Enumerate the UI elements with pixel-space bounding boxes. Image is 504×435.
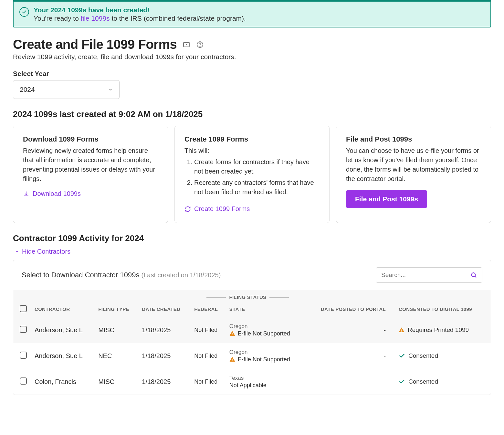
download-card-body: Reviewing newly created forms help ensur… (23, 146, 158, 184)
svg-line-5 (475, 276, 476, 277)
svg-rect-11 (232, 360, 233, 361)
create-body-intro: This will: (184, 147, 209, 154)
row-checkbox[interactable] (20, 326, 27, 333)
help-icon[interactable] (196, 41, 204, 48)
cell-contractor: Anderson, Sue L (31, 343, 95, 369)
page-title: Create and File 1099 Forms (13, 37, 177, 52)
cell-state: OregonE-file Not Supported (226, 343, 305, 369)
contractor-table: FILING STATUS CONTRACTOR FILING TYPE DAT… (13, 290, 491, 395)
svg-point-3 (200, 46, 200, 47)
cell-filing-type: MISC (95, 317, 139, 343)
contractor-table-wrapper: Select to Download Contractor 1099s (Las… (13, 260, 491, 395)
cell-state: OregonE-file Not Supported (226, 317, 305, 343)
success-banner: Your 2024 1099s have been created! You'r… (13, 0, 491, 27)
success-check-icon (19, 7, 29, 17)
th-federal: FEDERAL (191, 301, 226, 317)
cell-date-posted: - (305, 369, 396, 395)
chevron-down-icon (108, 87, 113, 92)
table-row: Anderson, Sue LNEC1/18/2025Not FiledOreg… (13, 343, 491, 369)
create-item-2: Recreate any contractors' forms that hav… (194, 178, 320, 197)
cell-consent: Consented (395, 369, 491, 395)
svg-rect-8 (401, 330, 402, 331)
file-and-post-button[interactable]: File and Post 1099s (346, 190, 427, 208)
th-filing-type: FILING TYPE (95, 301, 139, 317)
table-bar-muted: (Last created on 1/18/2025) (142, 271, 221, 279)
cell-contractor: Colon, Francis (31, 369, 95, 395)
svg-rect-7 (232, 334, 233, 335)
create-card-title: Create 1099 Forms (184, 135, 320, 143)
filing-status-superheader: FILING STATUS (191, 290, 304, 301)
create-card: Create 1099 Forms This will: Create form… (174, 126, 330, 223)
refresh-icon (184, 206, 191, 212)
search-icon (470, 271, 477, 279)
table-row: Colon, FrancisMISC1/18/2025Not FiledTexa… (13, 369, 491, 395)
th-contractor: CONTRACTOR (31, 301, 95, 317)
select-all-checkbox[interactable] (20, 305, 27, 312)
table-bar-title: Select to Download Contractor 1099s (Las… (22, 271, 221, 279)
table-bar-title-text: Select to Download Contractor 1099s (22, 271, 139, 279)
hide-link-text: Hide Contractors (22, 248, 70, 255)
search-box[interactable] (376, 267, 482, 283)
cell-consent: Consented (395, 343, 491, 369)
banner-body: You're ready to file 1099s to the IRS (c… (34, 15, 246, 22)
create-link-text: Create 1099 Forms (194, 205, 250, 213)
cell-filing-type: NEC (95, 343, 139, 369)
row-checkbox[interactable] (20, 352, 27, 359)
cell-date-created: 1/18/2025 (139, 317, 191, 343)
svg-marker-1 (186, 44, 187, 46)
search-input[interactable] (381, 271, 470, 279)
year-select-value: 2024 (20, 86, 35, 93)
download-card: Download 1099 Forms Reviewing newly crea… (13, 126, 168, 223)
th-date-posted: DATE POSTED TO PORTAL (305, 301, 396, 317)
page-subtitle: Review 1099 activity, create, file and d… (13, 53, 491, 61)
download-1099s-link[interactable]: Download 1099s (23, 190, 81, 197)
cell-date-created: 1/18/2025 (139, 343, 191, 369)
row-checkbox[interactable] (20, 377, 27, 385)
banner-title: Your 2024 1099s have been created! (34, 6, 246, 14)
th-state: STATE (226, 301, 305, 317)
last-created-heading: 2024 1099s last created at 9:02 AM on 1/… (13, 109, 491, 119)
cell-date-posted: - (305, 343, 396, 369)
download-link-text: Download 1099s (33, 190, 81, 197)
download-card-title: Download 1099 Forms (23, 135, 158, 143)
year-select[interactable]: 2024 (13, 80, 120, 99)
cell-date-posted: - (305, 317, 396, 343)
select-year-label: Select Year (13, 70, 491, 78)
file-1099s-link[interactable]: file 1099s (81, 15, 110, 22)
hide-contractors-link[interactable]: Hide Contractors (15, 248, 70, 255)
activity-heading: Contractor 1099 Activity for 2024 (13, 233, 491, 243)
th-consent: CONSENTED TO DIGITAL 1099 (395, 301, 491, 317)
th-date-created: DATE CREATED (139, 301, 191, 317)
cell-contractor: Anderson, Sue L (31, 317, 95, 343)
file-card: File and Post 1099s You can choose to ha… (336, 126, 491, 223)
svg-point-4 (471, 273, 475, 277)
cell-consent: Requires Printed 1099 (395, 317, 491, 343)
create-item-1: Create forms for contractors if they hav… (194, 157, 320, 176)
banner-body-prefix: You're ready to (34, 15, 81, 22)
create-card-body: This will: Create forms for contractors … (184, 146, 320, 197)
svg-rect-6 (232, 333, 233, 334)
create-1099-forms-link[interactable]: Create 1099 Forms (184, 205, 250, 213)
svg-rect-9 (401, 331, 402, 332)
download-icon (23, 191, 29, 197)
video-icon[interactable] (183, 41, 190, 48)
banner-body-suffix: to the IRS (combined federal/state progr… (110, 15, 246, 22)
cell-federal: Not Filed (191, 343, 226, 369)
table-row: Anderson, Sue LMISC1/18/2025Not FiledOre… (13, 317, 491, 343)
file-card-title: File and Post 1099s (346, 135, 481, 143)
file-card-body: You can choose to have us e-file your fo… (346, 146, 481, 184)
cell-federal: Not Filed (191, 369, 226, 395)
chevron-down-icon (15, 249, 19, 254)
filing-status-label: FILING STATUS (229, 294, 266, 300)
svg-rect-10 (232, 359, 233, 360)
cell-federal: Not Filed (191, 317, 226, 343)
cell-date-created: 1/18/2025 (139, 369, 191, 395)
cell-state: TexasNot Applicable (226, 369, 305, 395)
cell-filing-type: MISC (95, 369, 139, 395)
